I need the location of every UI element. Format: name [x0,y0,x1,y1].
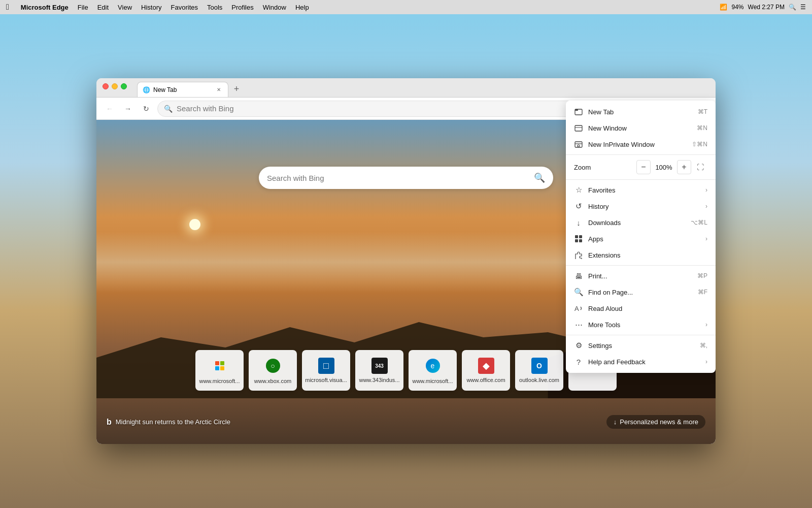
more-tools-icon: ⋯ [574,320,583,329]
tab-bar: 🌐 New Tab ✕ + [96,78,716,98]
new-window-label: New Window [588,124,692,132]
svg-point-6 [578,145,580,147]
menubar-window[interactable]: Window [258,3,291,12]
macos-menubar:  Microsoft Edge File Edit View History … [0,0,812,14]
inprivate-shortcut: ⇧⌘N [692,141,707,148]
inprivate-label: New InPrivate Window [588,141,687,148]
menubar-tools[interactable]: Tools [202,3,227,12]
menu-favorites[interactable]: ☆ Favorites › [566,182,716,198]
zoom-label: Zoom [574,164,634,171]
tab-close-button[interactable]: ✕ [215,86,223,94]
history-label: History [588,203,700,210]
menubar-app-name[interactable]: Microsoft Edge [16,3,73,12]
help-icon: ? [574,357,583,366]
bing-search-input[interactable] [267,174,529,182]
control-center-icon[interactable]: ☰ [800,4,806,11]
find-label: Find on Page... [588,289,693,296]
clock: Wed 2:27 PM [748,4,785,11]
extensions-icon [574,250,583,260]
favorites-icon: ☆ [574,185,583,195]
menubar-profiles[interactable]: Profiles [227,3,258,12]
news-button[interactable]: ↓ Personalized news & more [606,415,705,429]
menu-new-tab[interactable]: New Tab ⌘T [566,104,716,120]
menubar-favorites[interactable]: Favorites [166,3,202,12]
menu-inprivate[interactable]: New InPrivate Window ⇧⌘N [566,136,716,152]
menu-settings[interactable]: ⚙ Settings ⌘, [566,337,716,354]
battery-text: 94% [731,4,743,11]
menu-extensions[interactable]: Extensions [566,247,716,263]
dropdown-menu: New Tab ⌘T New Window ⌘N [566,101,716,373]
zoom-increase-button[interactable]: + [677,160,691,174]
svg-rect-9 [575,239,578,242]
zoom-decrease-button[interactable]: − [636,160,651,174]
search-container: 🔍 [259,167,553,189]
zoom-fullscreen-button[interactable]: ⛶ [693,160,707,174]
menu-print[interactable]: 🖶 Print... ⌘P [566,268,716,284]
microsoft-icon [211,357,229,375]
settings-shortcut: ⌘, [700,342,707,349]
menu-find[interactable]: 🔍 Find on Page... ⌘F [566,284,716,300]
svg-text:A: A [574,305,579,312]
search-icon[interactable]: 🔍 [789,4,796,11]
wifi-icon: 📶 [720,4,727,11]
svg-rect-8 [579,235,582,238]
menubar-history[interactable]: History [137,3,166,12]
menu-history[interactable]: ↺ History › [566,198,716,214]
find-icon: 🔍 [574,288,583,297]
menubar-right: 📶 94% Wed 2:27 PM 🔍 ☰ [720,4,806,11]
bing-search-button[interactable]: 🔍 [534,172,545,183]
quick-links: www.microsoft... ○ www.xbox.com □ micros… [195,350,617,391]
quick-link-vs[interactable]: □ microsoft.visua... [302,350,350,391]
new-tab-label: New Tab [588,108,693,116]
minimize-button[interactable] [112,83,118,89]
vs-icon: □ [318,358,334,374]
menubar-file[interactable]: File [73,3,93,12]
settings-icon: ⚙ [574,341,583,350]
outlook-label: outlook.live.com [518,377,561,383]
menu-help[interactable]: ? Help and Feedback › [566,354,716,370]
browser-window: 🌐 New Tab ✕ + ← → ↻ 🔍 ☆ 👤 😀 ⋯ [96,78,716,444]
quick-link-xbox[interactable]: ○ www.xbox.com [249,350,297,391]
menu-read-aloud[interactable]: A Read Aloud [566,300,716,316]
zoom-value: 100% [653,164,675,171]
fullscreen-button[interactable] [121,83,127,89]
menu-apps[interactable]: Apps › [566,231,716,247]
apps-label: Apps [588,235,700,243]
quick-link-343[interactable]: 343 www.343indus... [355,350,403,391]
back-button[interactable]: ← [103,102,117,116]
downloads-shortcut: ⌥⌘L [691,219,707,226]
sun [189,219,200,230]
edge-label: www.microsoft... [411,378,454,384]
quick-link-microsoft[interactable]: www.microsoft... [195,350,244,391]
new-window-shortcut: ⌘N [697,124,707,132]
bottom-bar: b Midnight sun returns to the Arctic Cir… [96,415,716,429]
new-tab-shortcut: ⌘T [698,108,707,115]
forward-button[interactable]: → [121,102,135,116]
svg-rect-2 [575,125,582,131]
quick-link-outlook[interactable]: O outlook.live.com [515,350,563,391]
menu-new-window[interactable]: New Window ⌘N [566,120,716,136]
inprivate-icon [574,140,583,149]
apple-menu[interactable]:  [6,3,9,12]
divider-2 [566,179,716,180]
menubar-edit[interactable]: Edit [93,3,113,12]
menubar-view[interactable]: View [113,3,137,12]
quick-link-office[interactable]: ◆ www.office.com [462,350,510,391]
microsoft-label: www.microsoft... [198,378,241,384]
more-tools-label: More Tools [588,321,700,329]
downloads-label: Downloads [588,219,686,227]
divider-3 [566,265,716,266]
downloads-icon: ↓ [574,218,583,227]
close-button[interactable] [103,83,109,89]
active-tab[interactable]: 🌐 New Tab ✕ [137,82,228,97]
favorites-label: Favorites [588,186,700,194]
apps-arrow: › [705,235,707,242]
edge-icon: e [424,357,442,375]
quick-link-edge[interactable]: e www.microsoft... [409,350,457,391]
tab-favicon: 🌐 [143,86,150,93]
menubar-help[interactable]: Help [291,3,314,12]
menu-downloads[interactable]: ↓ Downloads ⌥⌘L [566,214,716,231]
menu-more-tools[interactable]: ⋯ More Tools › [566,316,716,333]
new-tab-button[interactable]: + [229,82,244,96]
reload-button[interactable]: ↻ [139,102,153,116]
